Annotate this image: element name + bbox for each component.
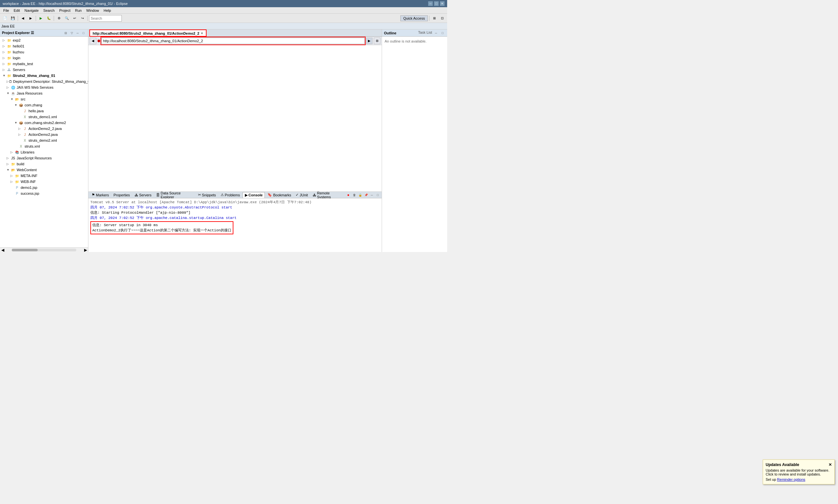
menu-search[interactable]: Search bbox=[41, 8, 57, 13]
quick-access-button[interactable]: Quick Access bbox=[400, 15, 428, 21]
tree-item-com-zhang-demo2[interactable]: ▼ 📦 com.zhang.struts2.demo2 bbox=[0, 120, 88, 126]
scroll-left-btn[interactable]: ◀ bbox=[0, 248, 5, 252]
maximize-panel-button[interactable]: □ bbox=[81, 31, 86, 36]
save-button[interactable]: 💾 bbox=[9, 15, 16, 22]
tab-close-actiondemo2[interactable]: ✕ bbox=[201, 32, 203, 35]
outline-maximize-btn[interactable]: □ bbox=[440, 31, 445, 36]
maximize-button[interactable]: □ bbox=[434, 1, 439, 6]
tree-item-jaxws[interactable]: ▷ 🌐 JAX-WS Web Services bbox=[0, 85, 88, 90]
editor-content-area bbox=[88, 45, 382, 192]
tab-snippets[interactable]: ✂ Snippets bbox=[196, 192, 218, 198]
menu-file[interactable]: File bbox=[1, 8, 11, 13]
tree-item-struts-demo2-xml[interactable]: X struts_demo2.xml bbox=[0, 138, 88, 143]
tree-item-js-resources[interactable]: ▷ JS JavaScript Resources bbox=[0, 155, 88, 161]
tree-item-demo1-jsp[interactable]: P demo1.jsp bbox=[0, 184, 88, 191]
label-struts2: Struts2_ithma_zhang_01 bbox=[13, 74, 55, 77]
problems-icon: ⚠ bbox=[221, 193, 224, 197]
menu-window[interactable]: Window bbox=[84, 8, 101, 13]
back-button[interactable]: ◀ bbox=[19, 15, 26, 22]
tree-item-struts-demo1-xml[interactable]: X struts_demo1.xml bbox=[0, 114, 88, 120]
browser-back-btn[interactable]: ◀ bbox=[90, 38, 96, 44]
console-minimize-btn[interactable]: ─ bbox=[369, 193, 374, 198]
scroll-track bbox=[12, 249, 76, 251]
tab-problems[interactable]: ⚠ Problems bbox=[219, 192, 242, 198]
console-pin-btn[interactable]: 📌 bbox=[363, 193, 369, 198]
project-explorer-panel: Project Explorer ☰ ⊟ ▽ ─ □ ▷ 📁 exp2 ▷ 📁 … bbox=[0, 30, 88, 252]
tree-item-meta-inf[interactable]: ▷ 📁 META-INF bbox=[0, 173, 88, 179]
tree-item-build[interactable]: ▷ 📁 build bbox=[0, 161, 88, 167]
debug-button[interactable]: 🐛 bbox=[45, 15, 52, 22]
tree-scrollbar[interactable]: ◀ ▶ bbox=[0, 248, 88, 252]
tree-item-src[interactable]: ▼ 📂 src bbox=[0, 96, 88, 102]
tab-servers[interactable]: 🖧 Servers bbox=[132, 193, 154, 198]
tree-item-liuzhou[interactable]: ▷ 📁 liuzhou bbox=[0, 49, 88, 55]
window-controls[interactable]: ─ □ ✕ bbox=[428, 1, 445, 6]
tree-item-libraries[interactable]: ▷ 📚 Libraries bbox=[0, 149, 88, 155]
center-panel: http://localhost:8080/Struts2_ithma_zhan… bbox=[88, 30, 382, 252]
browser-url-input[interactable] bbox=[102, 38, 365, 44]
close-button[interactable]: ✕ bbox=[440, 1, 445, 6]
run-button[interactable]: ▶ bbox=[37, 15, 44, 22]
tree-item-login[interactable]: ▷ 📁 login bbox=[0, 55, 88, 61]
tree-item-java-resources[interactable]: ▼ ☕ Java Resources bbox=[0, 90, 88, 96]
tree-item-web-inf[interactable]: ▷ 📁 WEB-INF bbox=[0, 179, 88, 184]
editor-tab-actiondemo2[interactable]: http://localhost:8080/Struts2_ithma_zhan… bbox=[90, 30, 206, 36]
perspective-btn[interactable]: ⊞ bbox=[431, 15, 438, 22]
search-input[interactable] bbox=[89, 15, 122, 22]
tree-item-success-jsp[interactable]: P success.jsp bbox=[0, 191, 88, 196]
panel-header-icons[interactable]: ⊟ ▽ ─ □ bbox=[63, 31, 86, 36]
folder-icon-struts2: 📁 bbox=[6, 73, 12, 78]
label-com-zhang: com.zhang bbox=[24, 103, 42, 107]
label-struts-demo2-xml: struts_demo2.xml bbox=[29, 139, 57, 142]
minimize-button[interactable]: ─ bbox=[428, 1, 433, 6]
tree-item-actiondemo2[interactable]: ▷ J ActionDemo2.java bbox=[0, 131, 88, 138]
window-title: workplace - Java EE - http://localhost:8… bbox=[3, 2, 128, 5]
collapse-all-button[interactable]: ⊟ bbox=[63, 31, 68, 36]
java-icon-hello: J bbox=[22, 108, 28, 113]
browser-extra-btn[interactable]: ⊞ bbox=[374, 38, 380, 44]
console-toolbar-icons: ■ 🗑 🔒 📌 ─ □ bbox=[346, 193, 380, 198]
menu-run[interactable]: Run bbox=[73, 8, 84, 13]
console-scroll-lock-btn[interactable]: 🔒 bbox=[357, 193, 363, 198]
tree-item-deployment[interactable]: ▷ 🗒 Deployment Descriptor: Struts2_ithma… bbox=[0, 78, 88, 85]
tab-console[interactable]: ▶ Console bbox=[243, 192, 265, 198]
jsp-icon-success: P bbox=[14, 191, 20, 196]
console-stop-btn[interactable]: ■ bbox=[346, 193, 351, 198]
tree-item-mybatis[interactable]: ▷ 📁 mybatis_test bbox=[0, 61, 88, 67]
menu-project[interactable]: Project bbox=[57, 8, 72, 13]
tree-item-struts-xml[interactable]: X struts.xml bbox=[0, 143, 88, 149]
tab-markers[interactable]: ⚑ Markers bbox=[90, 192, 111, 198]
new-button[interactable]: 📄 bbox=[1, 15, 8, 22]
forward-button[interactable]: ▶ bbox=[27, 15, 34, 22]
panel-menu-button[interactable]: ▽ bbox=[69, 31, 74, 36]
label-java-resources: Java Resources bbox=[17, 91, 42, 95]
tab-bookmarks[interactable]: 🔖 Bookmarks bbox=[266, 192, 293, 198]
scroll-right-btn[interactable]: ▶ bbox=[83, 248, 88, 252]
tree-item-com-zhang[interactable]: ▼ 📦 com.zhang bbox=[0, 102, 88, 108]
arrow-meta-inf: ▷ bbox=[11, 174, 14, 177]
arrow-webcontent: ▼ bbox=[6, 168, 11, 172]
menu-help[interactable]: Help bbox=[102, 8, 113, 13]
perspective-btn-2[interactable]: ⊡ bbox=[439, 15, 446, 22]
tree-item-struts2[interactable]: ▼ 📁 Struts2_ithma_zhang_01 bbox=[0, 73, 88, 78]
outline-minimize-btn[interactable]: ─ bbox=[433, 31, 439, 36]
toolbar-btn-5[interactable]: 🔍 bbox=[63, 15, 70, 22]
tree-item-hello-java[interactable]: J hello.java bbox=[0, 108, 88, 114]
tree-item-servers[interactable]: ▷ 🖧 Servers bbox=[0, 67, 88, 73]
toolbar-btn-6[interactable]: ↩ bbox=[71, 15, 78, 22]
toolbar-btn-4[interactable]: ⚙ bbox=[55, 15, 63, 22]
console-maximize-btn[interactable]: □ bbox=[375, 193, 380, 198]
tree-item-exp2[interactable]: ▷ 📁 exp2 bbox=[0, 37, 88, 43]
tab-junit[interactable]: ✓ JUnit bbox=[293, 192, 310, 198]
tree-item-actiondemo2-2[interactable]: ▷ J ActionDemo2_2.java bbox=[0, 126, 88, 131]
menu-navigate[interactable]: Navigate bbox=[22, 8, 40, 13]
console-clear-btn[interactable]: 🗑 bbox=[352, 193, 357, 198]
tree-item-webcontent[interactable]: ▼ 📂 WebContent bbox=[0, 167, 88, 173]
toolbar-btn-7[interactable]: ↪ bbox=[79, 15, 86, 22]
minimize-panel-button[interactable]: ─ bbox=[75, 31, 80, 36]
tree-item-hello01[interactable]: ▷ 📁 hello01 bbox=[0, 43, 88, 49]
browser-go-btn[interactable]: ▶ bbox=[366, 38, 373, 44]
menu-edit[interactable]: Edit bbox=[12, 8, 22, 13]
arrow-java-resources: ▼ bbox=[6, 92, 11, 95]
tab-properties[interactable]: Properties bbox=[112, 193, 132, 198]
